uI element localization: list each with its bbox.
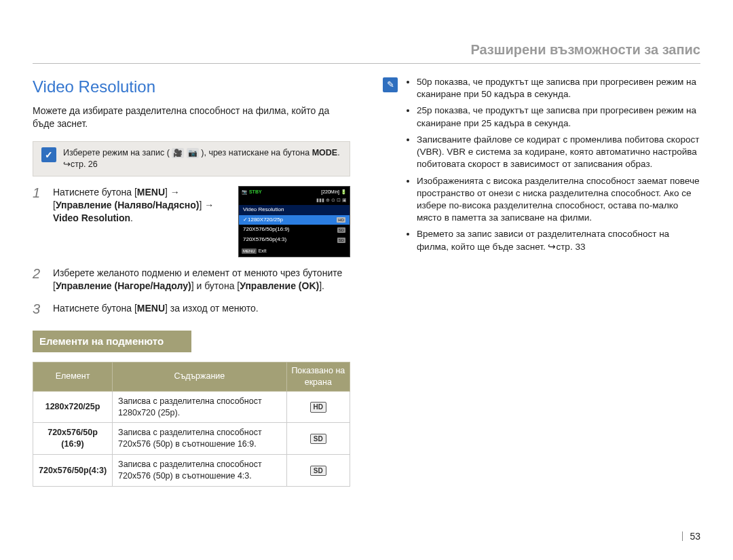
mode-note-text: Изберете режим на запис ( 🎥 📷 ), чрез на… [63,147,341,170]
step-1-text: Натиснете бутона [MENU] → [Управление (Н… [53,186,231,257]
list-item: 50p показва, че продуктът ще записва при… [417,76,700,100]
step-2-text: Изберете желаното подменю и елемент от м… [53,267,350,293]
section-title: Video Resolution [33,76,350,98]
submenu-heading: Елементи на подменюто [33,331,191,352]
table-row: 1280x720/25p Записва с разделителна спос… [33,391,350,423]
lcd-preview: 📷 STBY [220Min] 🔋 ▮▮▮ ⊕ ⊙ ⊡ ▣ Video Reso… [238,186,350,257]
intro-paragraph: Можете да избирате разделителна способно… [33,105,350,130]
step-3-text: Натиснете бутона [MENU] за изход от меню… [53,302,350,316]
list-item: Записваните файлове се кодират с променл… [417,134,700,171]
th-element: Елемент [33,362,113,391]
page-number: 53 [682,531,700,541]
lcd-row: 720X576/50p(4:3)SD [239,235,350,245]
table-row: 720x576/50p(4:3) Записва с разделителна … [33,455,350,487]
step-number-2: 2 [33,267,45,293]
checkmark-icon: ✓ [41,147,56,162]
header-divider [33,63,700,64]
step-number-1: 1 [33,186,45,257]
video-icon: 🎥 [172,148,184,158]
list-item: 25p показва, че продуктът ще записва при… [417,105,700,129]
hd-badge: HD [310,402,326,413]
resolution-table: Елемент Съдържание Показвано на екрана 1… [33,362,350,487]
photo-icon: 📷 [187,148,199,158]
th-onscreen: Показвано на екрана [286,362,350,391]
th-content: Съдържание [113,362,287,391]
list-item: Изображенията с висока разделителна спос… [417,175,700,225]
running-header: Разширени възможности за запис [33,41,700,59]
lcd-menu-title: Video Resolution [239,205,350,215]
note-edit-icon: ✎ [383,77,398,92]
mode-note-box: ✓ Изберете режим на запис ( 🎥 📷 ), чрез … [33,141,350,176]
lcd-menu-footer: MENUExit [242,248,266,254]
sd-badge: SD [310,466,326,477]
step-number-3: 3 [33,302,45,316]
notes-bullet-list: 50p показва, че продуктът ще записва при… [405,76,700,257]
lcd-row-selected: ✓ 1280X720/25pHD [239,215,350,225]
steps-list: 1 Натиснете бутона [MENU] → [Управление … [33,186,350,316]
table-row: 720x576/50p (16:9) Записва с разделителн… [33,423,350,455]
list-item: Времето за запис зависи от разделителнат… [417,228,700,253]
sd-badge: SD [310,434,326,445]
lcd-row: 720X576/50p(16:9)SD [239,225,350,235]
